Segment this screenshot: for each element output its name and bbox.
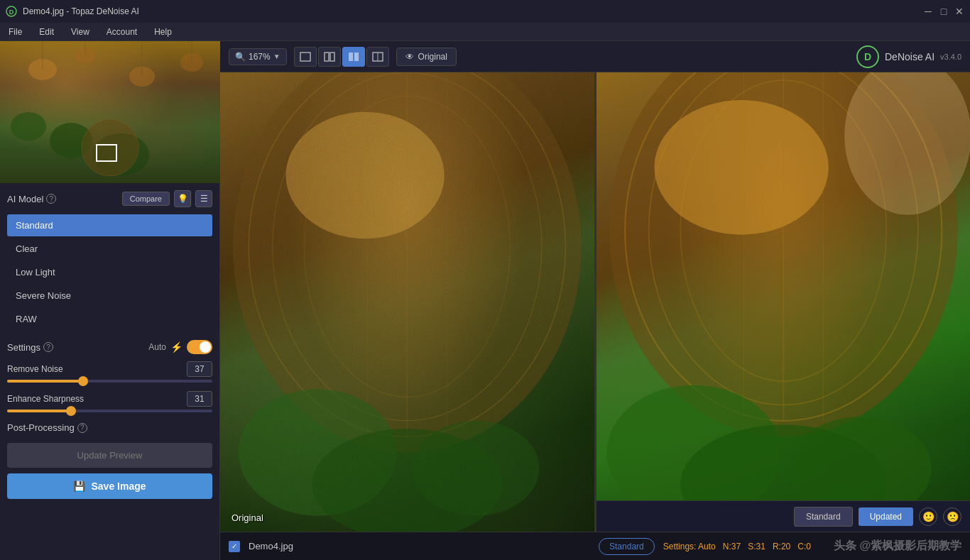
model-item-low-light[interactable]: Low Light	[7, 261, 212, 283]
settings-help-icon[interactable]: ?	[43, 342, 53, 352]
original-image-svg	[220, 72, 594, 532]
remove-noise-track[interactable]	[7, 380, 212, 383]
denoised-image-svg	[596, 72, 971, 532]
image-panel-left[interactable]: Original	[220, 72, 596, 532]
original-image	[220, 72, 594, 532]
maximize-button[interactable]: □	[939, 6, 949, 16]
window-controls[interactable]: ─ □ ✕	[923, 6, 964, 16]
save-icon: 💾	[73, 481, 85, 492]
enhance-sharpness-row: Enhance Sharpness 31	[7, 391, 212, 407]
save-image-button[interactable]: 💾 Save Image	[7, 473, 212, 499]
update-preview-button[interactable]: Update Preview	[7, 443, 212, 468]
auto-toggle-group: Auto ⚡	[148, 340, 212, 354]
sad-icon[interactable]: 🙁	[943, 507, 961, 526]
model-item-severe-noise[interactable]: Severe Noise	[7, 285, 212, 307]
color-value: C:0	[797, 542, 811, 551]
enhance-sharpness-thumb[interactable]	[66, 406, 76, 416]
side-by-side-icon	[348, 52, 359, 62]
smiley-icon[interactable]: 🙂	[919, 507, 937, 526]
menu-view[interactable]: View	[68, 26, 92, 38]
enhance-sharpness-value[interactable]: 31	[187, 391, 212, 407]
lightbulb-icon-button[interactable]: 💡	[174, 190, 191, 207]
app-icon: D	[6, 6, 17, 17]
file-settings: Settings: Auto N:37 S:31 R:20 C:0	[663, 542, 811, 551]
minimize-button[interactable]: ─	[923, 6, 933, 16]
sidebar-controls: AI Model ? Compare 💡 ☰ Standard Clear Lo…	[0, 183, 219, 560]
menu-bar: File Edit View Account Help	[0, 23, 970, 41]
auto-label: Auto	[148, 342, 166, 352]
file-checkbox[interactable]: ✓	[229, 541, 240, 552]
svg-rect-14	[300, 53, 310, 61]
auto-toggle[interactable]	[187, 340, 212, 354]
thumbnail-svg	[0, 41, 220, 183]
single-left-icon	[300, 52, 311, 62]
enhance-sharpness-track[interactable]	[7, 410, 212, 412]
denoise-logo-circle: D	[856, 45, 879, 68]
thumbnail-area	[0, 41, 220, 183]
watermark: 头条 @紫枫摄影后期教学	[834, 539, 961, 554]
svg-point-31	[312, 429, 502, 532]
ai-model-title: AI Model ?	[7, 194, 56, 204]
close-button[interactable]: ✕	[954, 6, 964, 16]
svg-point-23	[249, 72, 565, 437]
view-side-by-side-button[interactable]	[342, 47, 365, 67]
file-bar: ✓ Demo4.jpg Standard Settings: Auto N:37…	[220, 532, 970, 560]
svg-point-10	[11, 112, 46, 141]
model-item-standard[interactable]: Standard	[7, 214, 212, 236]
menu-help[interactable]: Help	[151, 26, 175, 38]
view-overlay-button[interactable]	[366, 47, 389, 67]
model-item-raw[interactable]: RAW	[7, 308, 212, 330]
post-processing-title: Post-Processing ?	[7, 422, 212, 433]
menu-file[interactable]: File	[6, 26, 25, 38]
thumbnail-image	[0, 41, 220, 183]
zoom-value: 167%	[249, 52, 271, 62]
standard-label[interactable]: Standard	[794, 507, 853, 527]
view-split-button[interactable]	[318, 47, 341, 67]
ai-model-header: AI Model ? Compare 💡 ☰	[7, 190, 212, 207]
remove-noise-thumb[interactable]	[78, 376, 88, 386]
menu-account[interactable]: Account	[104, 26, 140, 38]
file-name: Demo4.jpg	[249, 541, 293, 551]
settings-prefix: Settings:	[663, 542, 697, 551]
window-title: Demo4.jpg - Topaz DeNoise AI	[23, 6, 139, 16]
denoised-image	[596, 72, 971, 532]
thumbnail-selection	[96, 144, 117, 162]
model-item-clear[interactable]: Clear	[7, 238, 212, 260]
toggle-knob	[200, 341, 211, 353]
zoom-caret: ▼	[273, 53, 280, 60]
enhance-sharpness-group: Enhance Sharpness 31	[7, 391, 212, 412]
post-processing-help-icon[interactable]: ?	[77, 423, 87, 433]
denoise-app-name: DeNoise AI	[885, 51, 934, 62]
remove-noise-fill	[7, 380, 83, 383]
original-label: Original	[418, 52, 447, 62]
title-bar-left: D Demo4.jpg - Topaz DeNoise AI	[6, 6, 139, 17]
image-panel-right[interactable]: Standard Updated 🙂 🙁	[596, 72, 971, 532]
post-processing-section: Post-Processing ?	[7, 422, 212, 433]
comparison-bar: Standard Updated 🙂 🙁	[596, 500, 971, 532]
image-view: Original	[220, 72, 970, 532]
menu-edit[interactable]: Edit	[36, 26, 57, 38]
list-icon-button[interactable]: ☰	[195, 190, 212, 207]
enhance-sharpness-label: Enhance Sharpness	[7, 394, 84, 404]
denoise-version: v3.4.0	[940, 53, 961, 61]
original-button[interactable]: 👁 Original	[396, 48, 457, 66]
sharp-value: S:31	[748, 542, 765, 551]
svg-point-22	[286, 112, 445, 238]
remove-noise-group: Remove Noise 37	[7, 361, 212, 383]
remove-noise-label: Remove Noise	[7, 364, 63, 374]
main-container: AI Model ? Compare 💡 ☰ Standard Clear Lo…	[0, 41, 970, 560]
view-single-left-button[interactable]	[294, 47, 317, 67]
toolbar: 🔍 167% ▼	[220, 41, 970, 72]
content-area: 🔍 167% ▼	[220, 41, 970, 560]
save-image-label: Save Image	[91, 481, 146, 492]
ai-model-help-icon[interactable]: ?	[46, 194, 56, 204]
settings-header: Settings ? Auto ⚡	[7, 340, 212, 354]
zoom-group[interactable]: 🔍 167% ▼	[229, 48, 287, 65]
settings-auto: Auto	[698, 542, 716, 551]
file-model-badge[interactable]: Standard	[599, 538, 655, 555]
updated-label[interactable]: Updated	[859, 507, 913, 526]
compare-button[interactable]: Compare	[122, 192, 170, 206]
svg-rect-18	[354, 53, 359, 61]
remove-noise-value[interactable]: 37	[187, 361, 212, 377]
view-button-group	[294, 47, 389, 67]
